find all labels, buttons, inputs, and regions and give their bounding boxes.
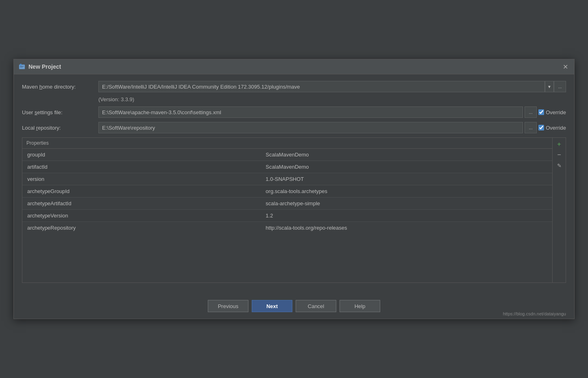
maven-home-browse[interactable]: ... (554, 81, 566, 92)
table-row[interactable]: archetypeRepository http://scala-tools.o… (22, 222, 552, 234)
maven-home-input-group: ▼ ... (98, 81, 566, 92)
cancel-button[interactable]: Cancel (296, 300, 336, 312)
table-row[interactable]: artifactId ScalaMavenDemo (22, 161, 552, 173)
local-repo-label: Local repository: (22, 125, 95, 131)
maven-home-input[interactable] (98, 81, 545, 92)
maven-home-dropdown[interactable]: ▼ (545, 81, 554, 92)
property-value: org.scala-tools.archetypes (261, 185, 552, 198)
table-row[interactable]: archetypeGroupId org.scala-tools.archety… (22, 185, 552, 198)
dialog-content: Maven home directory: ▼ ... (Version: 3.… (14, 74, 574, 289)
properties-table: groupId ScalaMavenDemo artifactId ScalaM… (22, 149, 552, 234)
property-value: 1.2 (261, 210, 552, 222)
properties-actions: + − ✎ (553, 137, 566, 283)
property-key: version (22, 173, 261, 185)
local-repo-override-label[interactable]: Override (538, 125, 566, 131)
dialog-icon (19, 63, 25, 70)
property-key: archetypeVersion (22, 210, 261, 222)
local-repo-override-text: Override (546, 125, 566, 131)
table-row[interactable]: archetypeVersion 1.2 (22, 210, 552, 222)
local-repo-input[interactable] (98, 122, 523, 133)
dialog-title: New Project (28, 63, 61, 70)
properties-main: Properties groupId ScalaMavenDemo artifa… (22, 137, 553, 283)
user-settings-input-group: ... Override (98, 106, 566, 118)
help-button[interactable]: Help (340, 300, 380, 312)
user-settings-input[interactable] (98, 106, 523, 118)
maven-home-label: Maven home directory: (22, 84, 95, 90)
local-repo-override-checkbox[interactable] (538, 125, 544, 130)
property-key: archetypeGroupId (22, 185, 261, 198)
title-bar: New Project ✕ (14, 59, 574, 74)
property-key: archetypeRepository (22, 222, 261, 234)
remove-property-button[interactable]: − (554, 150, 564, 160)
property-key: artifactId (22, 161, 261, 173)
close-button[interactable]: ✕ (561, 63, 569, 71)
property-value: ScalaMavenDemo (261, 149, 552, 161)
title-bar-left: New Project (19, 63, 61, 70)
user-settings-override-checkbox[interactable] (538, 109, 544, 115)
user-settings-label: User settings file: (22, 109, 95, 115)
property-value: ScalaMavenDemo (261, 161, 552, 173)
table-row[interactable]: archetypeArtifactId scala-archetype-simp… (22, 198, 552, 210)
property-value: http://scala-tools.org/repo-releases (261, 222, 552, 234)
local-repo-row: Local repository: ... Override (22, 122, 566, 133)
edit-property-button[interactable]: ✎ (554, 161, 564, 170)
add-property-button[interactable]: + (554, 139, 564, 149)
watermark: https://blog.csdn.net/dataiyangu (503, 311, 566, 316)
next-button[interactable]: Next (252, 300, 292, 312)
table-row[interactable]: version 1.0-SNAPSHOT (22, 173, 552, 185)
new-project-dialog: New Project ✕ Maven home directory: ▼ ..… (13, 59, 575, 319)
user-settings-override-label[interactable]: Override (538, 109, 566, 115)
properties-wrapper: Properties groupId ScalaMavenDemo artifa… (22, 137, 566, 283)
maven-version: (Version: 3.3.9) (98, 96, 566, 102)
properties-header: Properties (22, 138, 552, 149)
property-value: 1.0-SNAPSHOT (261, 173, 552, 185)
local-repo-browse[interactable]: ... (525, 122, 537, 133)
user-settings-browse[interactable]: ... (525, 106, 537, 118)
property-value: scala-archetype-simple (261, 198, 552, 210)
properties-empty-area (22, 234, 552, 282)
property-key: groupId (22, 149, 261, 161)
local-repo-input-group: ... Override (98, 122, 566, 133)
table-row[interactable]: groupId ScalaMavenDemo (22, 149, 552, 161)
previous-button[interactable]: Previous (208, 300, 248, 312)
dialog-footer: Previous Next Cancel Help https://blog.c… (14, 293, 574, 319)
svg-rect-1 (20, 64, 22, 65)
user-settings-override-text: Override (546, 109, 566, 115)
maven-home-row: Maven home directory: ▼ ... (22, 81, 566, 92)
property-key: archetypeArtifactId (22, 198, 261, 210)
user-settings-row: User settings file: ... Override (22, 106, 566, 118)
